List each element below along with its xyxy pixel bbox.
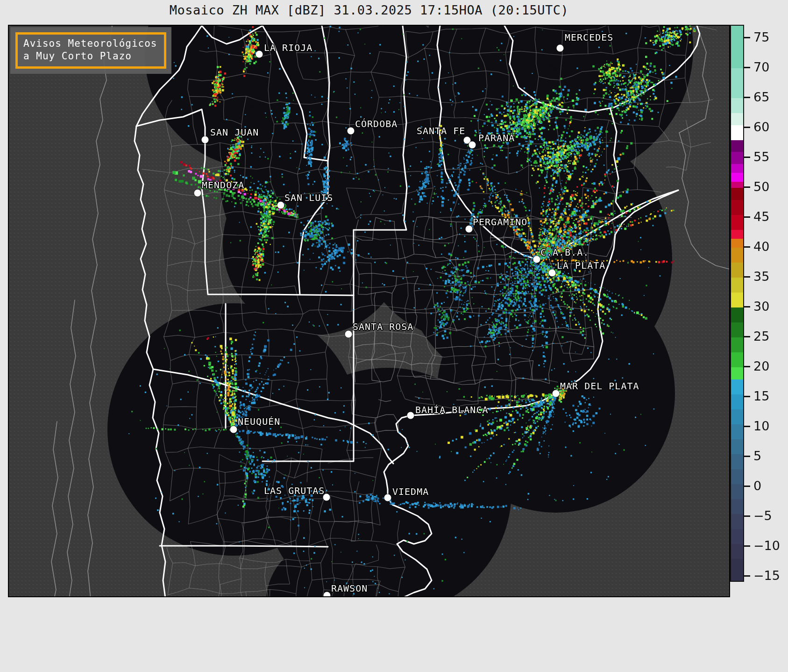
- colorbar-segment: [731, 140, 743, 152]
- city-dot: [345, 331, 352, 338]
- colorbar-tick: [744, 186, 750, 188]
- city-label: LA PLATA: [557, 260, 605, 271]
- city-label: SAN JUAN: [210, 127, 259, 138]
- city-dot: [553, 390, 560, 397]
- city-label: MERCEDES: [565, 32, 613, 43]
- colorbar-segment: [731, 514, 743, 529]
- colorbar-segment: [731, 337, 743, 353]
- notice-line-1: Avisos Meteorológicos: [23, 37, 157, 50]
- city-dot: [407, 412, 414, 419]
- colorbar-tick: [744, 276, 750, 278]
- colorbar-segment: [731, 239, 743, 248]
- city-dot: [277, 202, 284, 209]
- colorbar-tick: [744, 127, 750, 128]
- city-label: RAWSON: [331, 583, 368, 594]
- city-dot: [549, 270, 556, 277]
- city-label: BAHÍA BLANCA: [415, 404, 489, 415]
- city-label: LA RIOJA: [264, 42, 312, 53]
- colorbar-tick: [744, 515, 750, 517]
- colorbar-segment: [731, 230, 743, 239]
- colorbar-tick-label: 45: [753, 210, 769, 223]
- city-dot: [557, 45, 564, 52]
- colorbar-segment: [731, 469, 743, 485]
- city-label: VIEDMA: [392, 486, 429, 497]
- city-label: SANTA FE: [417, 125, 465, 136]
- city-dot: [230, 426, 237, 433]
- colorbar-segment: [731, 215, 743, 230]
- colorbar-segment: [731, 529, 743, 544]
- colorbar-tick: [744, 216, 750, 218]
- colorbar-tick-label: 60: [753, 121, 769, 133]
- colorbar-segment: [731, 454, 743, 470]
- colorbar-segment: [731, 164, 743, 173]
- colorbar-segment: [731, 113, 743, 125]
- city-dot: [466, 226, 473, 233]
- colorbar-segment: [731, 322, 743, 338]
- colorbar-segment: [731, 278, 743, 293]
- colorbar-tick-label: 75: [753, 31, 769, 43]
- city-dot: [324, 592, 331, 598]
- colorbar-tick: [744, 426, 750, 427]
- colorbar-segment: [731, 188, 743, 200]
- colorbar-tick: [744, 336, 750, 337]
- colorbar-segment: [731, 307, 743, 323]
- city-label: NEUQUÉN: [238, 416, 280, 427]
- colorbar-tick-label: 0: [753, 479, 761, 492]
- colorbar-tick: [744, 97, 750, 98]
- colorbar-segment: [731, 439, 743, 455]
- colorbar-tick: [744, 456, 750, 457]
- colorbar-tick-label: −15: [753, 569, 780, 582]
- footer: Servicio Meteorológico Nacional Argentin…: [0, 597, 788, 672]
- colorbar-tick: [744, 246, 750, 248]
- colorbar-tick-label: 65: [753, 91, 769, 103]
- colorbar-tick-label: 50: [753, 180, 769, 193]
- colorbar-segment: [731, 200, 743, 215]
- colorbar-segment: [731, 182, 743, 188]
- colorbar-segment: [731, 484, 743, 500]
- colorbar-tick: [744, 306, 750, 307]
- short-term-warnings-overlay[interactable]: Avisos Meteorológicos a Muy Corto Plazo: [10, 27, 171, 74]
- colorbar-tick-label: 20: [753, 360, 769, 372]
- page-title: Mosaico ZH MAX [dBZ] 31.03.2025 17:15HOA…: [170, 3, 569, 17]
- colorbar-tick: [744, 157, 750, 158]
- city-dot: [256, 51, 263, 58]
- city-label: SAN LUIS: [284, 192, 333, 203]
- city-dot: [348, 128, 355, 135]
- colorbar-segment: [731, 424, 743, 440]
- city-label: C.A.B.A.: [540, 247, 589, 258]
- dbz-colorbar: [730, 25, 744, 582]
- radar-map: LA RIOJAMERCEDESSAN JUANCÓRDOBASANTA FEP…: [8, 25, 730, 597]
- colorbar-segment: [731, 499, 743, 515]
- colorbar-segment: [731, 125, 743, 141]
- colorbar-tick-label: −5: [753, 509, 772, 522]
- colorbar-segment: [731, 293, 743, 308]
- colorbar-tick: [744, 545, 750, 547]
- colorbar-tick-label: 30: [753, 300, 769, 313]
- city-dot: [533, 256, 540, 263]
- colorbar-segment: [731, 379, 743, 395]
- colorbar-segment: [731, 544, 743, 559]
- colorbar-segment: [731, 68, 743, 99]
- colorbar-tick: [744, 396, 750, 397]
- short-term-warnings-frame: Avisos Meteorológicos a Muy Corto Plazo: [15, 32, 166, 69]
- city-dot: [469, 142, 476, 149]
- colorbar-segment: [731, 352, 743, 368]
- colorbar-tick: [744, 67, 750, 68]
- colorbar-segment: [731, 98, 743, 114]
- colorbar-segment: [731, 409, 743, 425]
- city-dot: [202, 136, 209, 143]
- city-label: CÓRDOBA: [355, 118, 398, 129]
- colorbar-segment: [731, 394, 743, 410]
- city-label: MENDOZA: [202, 179, 244, 191]
- colorbar-segment: [731, 367, 743, 379]
- colorbar-tick-label: 40: [753, 240, 769, 253]
- city-label: PARANÁ: [478, 132, 515, 143]
- colorbar-segment: [731, 25, 743, 69]
- city-label: PERGAMINO: [473, 216, 527, 228]
- colorbar-tick-label: 10: [753, 420, 769, 432]
- city-label: MAR DEL PLATA: [560, 380, 639, 392]
- colorbar-segment: [731, 152, 743, 164]
- notice-line-2: a Muy Corto Plazo: [23, 50, 157, 63]
- colorbar-tick-label: 15: [753, 390, 769, 402]
- city-dot: [384, 494, 391, 501]
